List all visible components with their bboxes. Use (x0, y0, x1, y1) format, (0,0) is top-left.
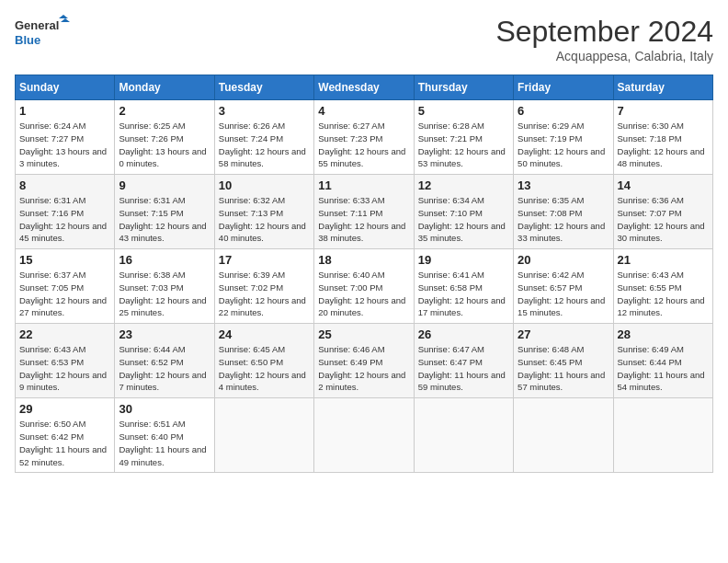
calendar-cell: 14 Sunrise: 6:36 AM Sunset: 7:07 PM Dayl… (613, 175, 712, 249)
daylight-label: Daylight: 11 hours and 49 minutes. (119, 444, 206, 467)
day-detail: Sunrise: 6:50 AM Sunset: 6:42 PM Dayligh… (19, 418, 110, 468)
day-number: 2 (119, 104, 210, 118)
day-detail: Sunrise: 6:36 AM Sunset: 7:07 PM Dayligh… (618, 194, 709, 245)
logo-svg: General Blue (15, 15, 70, 55)
day-number: 26 (418, 327, 509, 341)
sunset-label: Sunset: 7:26 PM (119, 133, 183, 144)
calendar-cell: 2 Sunrise: 6:25 AM Sunset: 7:26 PM Dayli… (115, 100, 214, 175)
calendar-cell: 30 Sunrise: 6:51 AM Sunset: 6:40 PM Dayl… (115, 398, 214, 473)
daylight-label: Daylight: 12 hours and 45 minutes. (19, 221, 107, 244)
sunrise-label: Sunrise: 6:42 AM (518, 270, 584, 280)
calendar-cell: 11 Sunrise: 6:33 AM Sunset: 7:11 PM Dayl… (314, 175, 414, 249)
header-friday: Friday (514, 75, 613, 100)
day-detail: Sunrise: 6:40 AM Sunset: 7:00 PM Dayligh… (318, 269, 409, 319)
sunrise-label: Sunrise: 6:37 AM (19, 270, 85, 280)
month-title: September 2024 (495, 15, 713, 49)
day-number: 8 (19, 178, 110, 192)
day-number: 28 (618, 327, 709, 341)
daylight-label: Daylight: 12 hours and 33 minutes. (518, 221, 605, 244)
daylight-label: Daylight: 12 hours and 30 minutes. (618, 221, 705, 244)
day-detail: Sunrise: 6:35 AM Sunset: 7:08 PM Dayligh… (518, 194, 609, 245)
day-detail: Sunrise: 6:43 AM Sunset: 6:53 PM Dayligh… (19, 343, 110, 394)
svg-text:General: General (15, 18, 59, 32)
daylight-label: Daylight: 12 hours and 40 minutes. (219, 221, 306, 244)
day-number: 30 (119, 402, 210, 416)
day-detail: Sunrise: 6:38 AM Sunset: 7:03 PM Dayligh… (119, 269, 210, 319)
day-number: 23 (119, 327, 210, 341)
sunrise-label: Sunrise: 6:32 AM (219, 195, 285, 205)
sunset-label: Sunset: 6:40 PM (119, 431, 183, 442)
calendar-cell: 28 Sunrise: 6:49 AM Sunset: 6:44 PM Dayl… (613, 324, 712, 398)
sunrise-label: Sunrise: 6:41 AM (418, 270, 484, 280)
day-number: 12 (418, 178, 509, 192)
sunset-label: Sunset: 7:16 PM (19, 208, 84, 218)
daylight-label: Daylight: 12 hours and 2 minutes. (318, 370, 405, 393)
day-number: 5 (418, 104, 509, 118)
calendar-cell: 10 Sunrise: 6:32 AM Sunset: 7:13 PM Dayl… (214, 175, 313, 249)
calendar-week-row: 8 Sunrise: 6:31 AM Sunset: 7:16 PM Dayli… (16, 175, 713, 249)
day-number: 19 (418, 253, 509, 267)
sunset-label: Sunset: 7:07 PM (618, 208, 682, 218)
sunrise-label: Sunrise: 6:44 AM (119, 344, 185, 354)
sunrise-label: Sunrise: 6:36 AM (618, 195, 684, 205)
day-detail: Sunrise: 6:37 AM Sunset: 7:05 PM Dayligh… (19, 269, 110, 319)
calendar-cell: 6 Sunrise: 6:29 AM Sunset: 7:19 PM Dayli… (514, 100, 613, 175)
sunset-label: Sunset: 7:11 PM (318, 208, 382, 218)
sunset-label: Sunset: 6:42 PM (19, 431, 84, 442)
daylight-label: Daylight: 12 hours and 50 minutes. (518, 146, 605, 169)
calendar-header: Sunday Monday Tuesday Wednesday Thursday… (16, 75, 713, 100)
day-number: 9 (119, 178, 210, 192)
sunset-label: Sunset: 6:44 PM (618, 357, 682, 367)
sunrise-label: Sunrise: 6:51 AM (119, 419, 185, 429)
calendar-cell: 3 Sunrise: 6:26 AM Sunset: 7:24 PM Dayli… (214, 100, 313, 175)
sunrise-label: Sunrise: 6:34 AM (418, 195, 484, 205)
sunrise-label: Sunrise: 6:50 AM (19, 419, 85, 429)
calendar-cell: 4 Sunrise: 6:27 AM Sunset: 7:23 PM Dayli… (314, 100, 414, 175)
calendar-cell: 8 Sunrise: 6:31 AM Sunset: 7:16 PM Dayli… (16, 175, 115, 249)
sunset-label: Sunset: 7:08 PM (518, 208, 582, 218)
day-number: 21 (618, 253, 709, 267)
sunset-label: Sunset: 7:00 PM (318, 282, 382, 293)
day-detail: Sunrise: 6:29 AM Sunset: 7:19 PM Dayligh… (518, 120, 609, 170)
daylight-label: Daylight: 11 hours and 59 minutes. (418, 370, 506, 393)
sunset-label: Sunset: 7:19 PM (518, 133, 582, 144)
sunrise-label: Sunrise: 6:31 AM (119, 195, 185, 205)
calendar-cell: 5 Sunrise: 6:28 AM Sunset: 7:21 PM Dayli… (414, 100, 513, 175)
calendar-cell: 7 Sunrise: 6:30 AM Sunset: 7:18 PM Dayli… (613, 100, 712, 175)
calendar-week-row: 15 Sunrise: 6:37 AM Sunset: 7:05 PM Dayl… (16, 249, 713, 324)
day-detail: Sunrise: 6:48 AM Sunset: 6:45 PM Dayligh… (518, 343, 609, 394)
sunrise-label: Sunrise: 6:47 AM (418, 344, 484, 354)
logo: General Blue (15, 15, 70, 55)
calendar-cell: 9 Sunrise: 6:31 AM Sunset: 7:15 PM Dayli… (115, 175, 214, 249)
day-number: 27 (518, 327, 609, 341)
sunrise-label: Sunrise: 6:35 AM (518, 195, 584, 205)
daylight-label: Daylight: 12 hours and 43 minutes. (119, 221, 206, 244)
daylight-label: Daylight: 12 hours and 35 minutes. (418, 221, 506, 244)
daylight-label: Daylight: 12 hours and 55 minutes. (318, 146, 405, 169)
day-number: 25 (318, 327, 409, 341)
calendar-cell: 25 Sunrise: 6:46 AM Sunset: 6:49 PM Dayl… (314, 324, 414, 398)
day-number: 4 (318, 104, 409, 118)
calendar-cell: 17 Sunrise: 6:39 AM Sunset: 7:02 PM Dayl… (214, 249, 313, 324)
day-number: 11 (318, 178, 409, 192)
daylight-label: Daylight: 12 hours and 38 minutes. (318, 221, 405, 244)
day-number: 22 (19, 327, 110, 341)
sunset-label: Sunset: 7:02 PM (219, 282, 283, 293)
day-detail: Sunrise: 6:34 AM Sunset: 7:10 PM Dayligh… (418, 194, 509, 245)
calendar-week-row: 1 Sunrise: 6:24 AM Sunset: 7:27 PM Dayli… (16, 100, 713, 175)
sunrise-label: Sunrise: 6:24 AM (19, 121, 85, 131)
sunset-label: Sunset: 7:18 PM (618, 133, 682, 144)
page-header: General Blue September 2024 Acquappesa, … (15, 15, 713, 63)
day-number: 3 (219, 104, 310, 118)
calendar-cell: 19 Sunrise: 6:41 AM Sunset: 6:58 PM Dayl… (414, 249, 513, 324)
sunrise-label: Sunrise: 6:38 AM (119, 270, 185, 280)
day-number: 16 (119, 253, 210, 267)
daylight-label: Daylight: 13 hours and 3 minutes. (19, 146, 107, 169)
sunset-label: Sunset: 6:58 PM (418, 282, 483, 293)
header-thursday: Thursday (414, 75, 513, 100)
calendar-week-row: 22 Sunrise: 6:43 AM Sunset: 6:53 PM Dayl… (16, 324, 713, 398)
day-number: 20 (518, 253, 609, 267)
sunrise-label: Sunrise: 6:25 AM (119, 121, 185, 131)
sunrise-label: Sunrise: 6:39 AM (219, 270, 285, 280)
calendar-week-row: 29 Sunrise: 6:50 AM Sunset: 6:42 PM Dayl… (16, 398, 713, 473)
